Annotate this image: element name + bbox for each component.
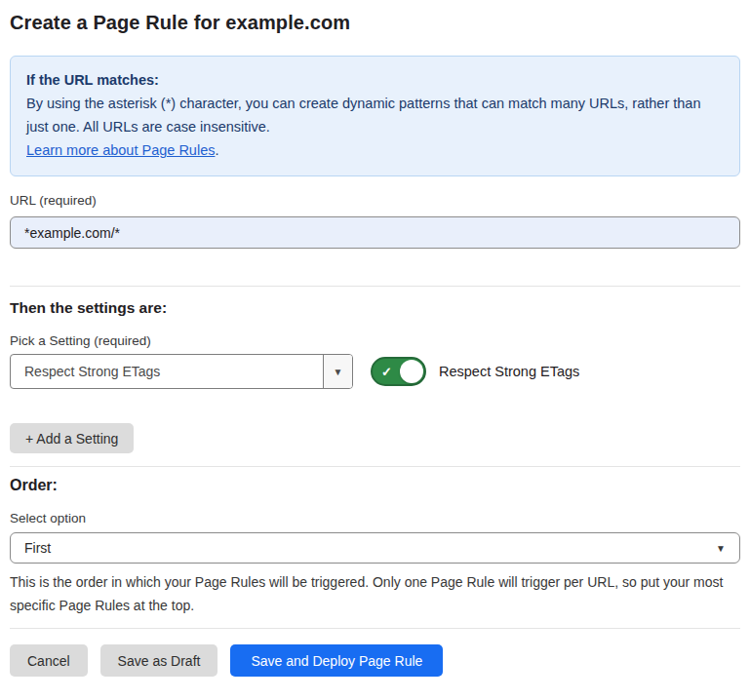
url-field-label: URL (required) — [10, 193, 740, 208]
link-suffix: . — [215, 142, 218, 158]
toggle-label: Respect Strong ETags — [439, 364, 579, 379]
footer-actions: Cancel Save as Draft Save and Deploy Pag… — [10, 644, 740, 677]
order-help-text: This is the order in which your Page Rul… — [10, 570, 740, 617]
toggle-knob — [400, 360, 423, 383]
save-draft-button[interactable]: Save as Draft — [100, 644, 218, 677]
setting-toggle[interactable]: ✓ — [371, 357, 426, 386]
setting-select-value: Respect Strong ETags — [11, 355, 323, 388]
setting-row: Respect Strong ETags ▼ ✓ Respect Strong … — [10, 354, 740, 389]
section-divider — [10, 286, 740, 287]
url-input[interactable] — [10, 216, 740, 249]
section-divider — [10, 466, 740, 467]
footer-divider — [10, 628, 740, 629]
page-title: Create a Page Rule for example.com — [10, 10, 740, 35]
order-select-label: Select option — [10, 511, 740, 525]
order-select[interactable]: First ▼ — [10, 532, 740, 564]
page-rule-form: Create a Page Rule for example.com If th… — [0, 10, 750, 677]
chevron-down-icon: ▼ — [716, 543, 726, 554]
cancel-button[interactable]: Cancel — [10, 644, 88, 677]
save-deploy-button[interactable]: Save and Deploy Page Rule — [230, 644, 443, 677]
setting-picker-label: Pick a Setting (required) — [10, 333, 740, 348]
order-select-value: First — [24, 540, 51, 556]
url-match-info-box: If the URL matches: By using the asteris… — [10, 56, 740, 176]
order-heading: Order: — [10, 477, 740, 494]
info-box-link-line: Learn more about Page Rules. — [26, 138, 724, 162]
learn-more-link[interactable]: Learn more about Page Rules — [26, 142, 215, 158]
check-icon: ✓ — [381, 366, 392, 378]
info-box-body: By using the asterisk (*) character, you… — [26, 92, 724, 138]
add-setting-button[interactable]: + Add a Setting — [10, 423, 134, 453]
chevron-down-icon[interactable]: ▼ — [323, 355, 352, 388]
info-box-heading: If the URL matches: — [26, 68, 724, 92]
setting-select[interactable]: Respect Strong ETags ▼ — [10, 354, 353, 389]
settings-heading: Then the settings are: — [10, 299, 740, 317]
